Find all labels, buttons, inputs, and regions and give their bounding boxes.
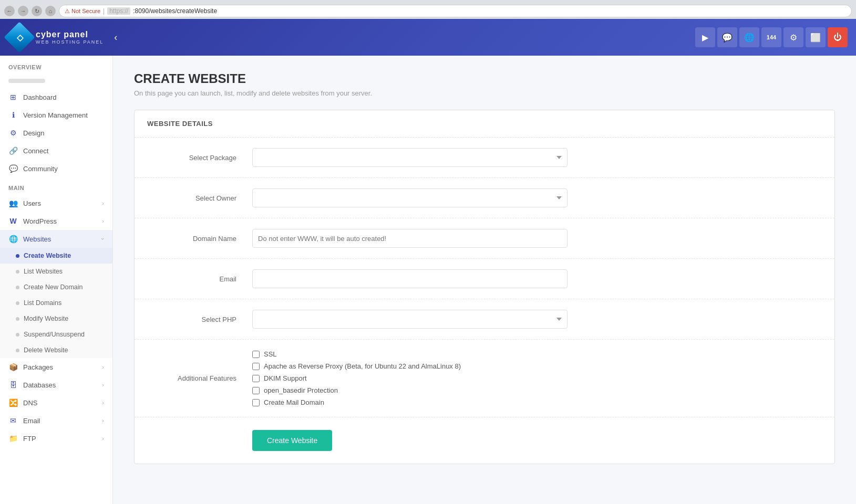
email-row: Email <box>135 259 834 299</box>
sidebar-item-label: FTP <box>23 435 36 443</box>
email-input[interactable] <box>252 269 568 288</box>
select-package-dropdown[interactable] <box>252 148 568 167</box>
open-basedir-checkbox[interactable] <box>252 387 260 394</box>
chat-button[interactable]: 💬 <box>717 27 737 47</box>
email-icon: ✉ <box>8 416 18 425</box>
feature-open-basedir[interactable]: open_basedir Protection <box>252 386 568 394</box>
logo-area: ◇ cyber panel WEB HOSTING PANEL ‹ <box>8 26 117 48</box>
submenu-delete-website[interactable]: Delete Website <box>0 342 112 358</box>
sidebar-item-label: DNS <box>23 399 37 407</box>
sidebar-item-label: Packages <box>23 363 53 371</box>
sidebar-item-version-management[interactable]: ℹ Version Management <box>0 106 112 124</box>
power-button[interactable]: ⏻ <box>828 27 848 47</box>
sidebar-item-label: Websites <box>23 235 51 243</box>
select-php-dropdown[interactable] <box>252 310 568 329</box>
arrow-icon: › <box>102 400 104 406</box>
select-package-row: Select Package <box>135 138 834 178</box>
additional-features-label: Additional Features <box>147 374 252 382</box>
ssl-checkbox[interactable] <box>252 351 260 358</box>
globe-button[interactable]: 🌐 <box>739 27 759 47</box>
apache-reverse-proxy-checkbox[interactable] <box>252 363 260 370</box>
feature-ssl[interactable]: SSL <box>252 350 568 358</box>
community-icon: 💬 <box>8 164 18 173</box>
domain-name-input[interactable] <box>252 229 568 248</box>
extensions-button[interactable]: ⚙ <box>783 27 803 47</box>
create-website-button[interactable]: Create Website <box>252 430 332 451</box>
back-button[interactable]: ← <box>4 6 15 16</box>
select-owner-row: Select Owner <box>135 178 834 218</box>
submenu-create-new-domain[interactable]: Create New Domain <box>0 279 112 295</box>
submenu-suspend-unsuspend[interactable]: Suspend/Unsuspend <box>0 327 112 342</box>
sidebar-item-design[interactable]: ⚙ Design <box>0 124 112 142</box>
packages-icon: 📦 <box>8 363 18 371</box>
logo-subtitle: WEB HOSTING PANEL <box>36 39 104 45</box>
sidebar-item-label: Design <box>23 129 44 137</box>
sidebar-item-email[interactable]: ✉ Email › <box>0 412 112 429</box>
info-icon: ℹ <box>8 111 18 119</box>
domain-name-row: Domain Name <box>135 218 834 259</box>
logo-text: cyber panel WEB HOSTING PANEL <box>36 30 104 45</box>
dot-icon <box>16 349 19 352</box>
main-content: CREATE WEBSITE On this page you can laun… <box>113 56 856 504</box>
dashboard-icon: ⊞ <box>8 93 18 101</box>
sidebar-item-label: Connect <box>23 147 48 155</box>
sidebar-item-community[interactable]: 💬 Community <box>0 160 112 177</box>
sidebar-item-label: Dashboard <box>23 93 57 101</box>
sidebar-item-ftp[interactable]: 📁 FTP › <box>0 429 112 447</box>
sidebar-item-users[interactable]: 👥 Users › <box>0 194 112 212</box>
url-blurred: https:// <box>107 7 130 15</box>
sidebar-item-dns[interactable]: 🔀 DNS › <box>0 394 112 412</box>
dns-icon: 🔀 <box>8 398 18 407</box>
sidebar-item-dashboard[interactable]: ⊞ Dashboard <box>0 88 112 106</box>
wordpress-icon: W <box>8 217 18 225</box>
select-php-label: Select PHP <box>147 316 252 323</box>
notifications-button[interactable]: 144 <box>761 27 781 47</box>
sidebar-toggle[interactable]: ‹ <box>114 32 117 43</box>
open-basedir-label: open_basedir Protection <box>264 386 338 394</box>
submenu-modify-website[interactable]: Modify Website <box>0 311 112 327</box>
select-package-label: Select Package <box>147 154 252 162</box>
arrow-icon: › <box>102 218 104 224</box>
select-owner-dropdown[interactable] <box>252 188 568 207</box>
sidebar-user-bar <box>8 79 45 83</box>
browser-chrome: ← → ↻ ⌂ ⚠ Not Secure | https:// :8090/we… <box>0 0 856 19</box>
feature-apache-reverse-proxy[interactable]: Apache as Reverse Proxy (Beta, for Ubunt… <box>252 362 568 370</box>
domain-name-label: Domain Name <box>147 235 252 243</box>
navbar-actions: ▶ 💬 🌐 144 ⚙ ⬜ ⏻ <box>695 27 848 47</box>
forward-button[interactable]: → <box>18 6 28 16</box>
select-owner-label: Select Owner <box>147 194 252 202</box>
sidebar: OVERVIEW ⊞ Dashboard ℹ Version Managemen… <box>0 56 113 504</box>
sidebar-user-area <box>0 74 112 88</box>
submenu-create-website[interactable]: Create Website <box>0 248 112 264</box>
sidebar-item-websites[interactable]: 🌐 Websites › <box>0 230 112 248</box>
submenu-list-domains[interactable]: List Domains <box>0 295 112 311</box>
arrow-icon: › <box>102 382 104 388</box>
dkim-support-label: DKIM Support <box>264 374 307 382</box>
create-mail-domain-checkbox[interactable] <box>252 399 260 406</box>
features-container: SSL Apache as Reverse Proxy (Beta, for U… <box>252 350 568 406</box>
submenu-list-websites[interactable]: List Websites <box>0 264 112 279</box>
sidebar-item-label: Version Management <box>23 111 88 119</box>
sidebar-item-label: Users <box>23 200 41 207</box>
home-button[interactable]: ⌂ <box>45 6 56 16</box>
sidebar-item-wordpress[interactable]: W WordPress › <box>0 212 112 230</box>
arrow-icon: › <box>102 435 104 442</box>
youtube-button[interactable]: ▶ <box>695 27 715 47</box>
feature-dkim-support[interactable]: DKIM Support <box>252 374 568 382</box>
dot-icon <box>16 301 19 305</box>
sidebar-item-connect[interactable]: 🔗 Connect <box>0 142 112 160</box>
url-path: :8090/websites/createWebsite <box>133 7 217 15</box>
main-section-label: MAIN <box>0 177 112 194</box>
dot-icon <box>16 333 19 337</box>
sidebar-item-packages[interactable]: 📦 Packages › <box>0 358 112 376</box>
feature-create-mail-domain[interactable]: Create Mail Domain <box>252 398 568 406</box>
address-bar[interactable]: ⚠ Not Secure | https:// :8090/websites/c… <box>59 5 852 17</box>
sidebar-item-databases[interactable]: 🗄 Databases › <box>0 376 112 394</box>
overview-section-label: OVERVIEW <box>0 56 112 74</box>
sidebar-item-label: Databases <box>23 381 56 389</box>
dkim-support-checkbox[interactable] <box>252 375 260 382</box>
dot-icon <box>16 254 19 258</box>
form-actions: Create Website <box>135 417 834 464</box>
window-button[interactable]: ⬜ <box>806 27 826 47</box>
refresh-button[interactable]: ↻ <box>32 6 42 16</box>
